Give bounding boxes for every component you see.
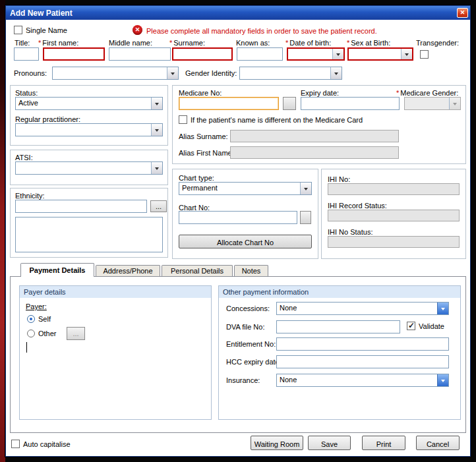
middle-name-label: Middle name:	[109, 39, 152, 47]
radio-selected-icon	[27, 315, 35, 323]
chevron-down-icon	[401, 49, 412, 59]
dob-label: *Date of birth:	[285, 39, 331, 47]
chevron-down-icon	[332, 49, 343, 59]
insurance-select[interactable]: None	[276, 374, 449, 387]
selected-value	[240, 67, 330, 79]
dva-file-no-input[interactable]	[276, 320, 400, 333]
required-mark: *	[169, 39, 172, 47]
status-select[interactable]: Active	[15, 97, 163, 110]
payer-self-radio[interactable]: Self	[27, 315, 51, 323]
ethnicity-browse-button[interactable]: ...	[150, 200, 167, 212]
allocate-chart-no-button[interactable]: Allocate Chart No	[179, 235, 312, 248]
close-button[interactable]: ✕	[457, 8, 468, 18]
tab-personal-details[interactable]: Personal Details	[162, 265, 233, 277]
text-caret	[26, 342, 27, 353]
radio-icon	[27, 330, 35, 337]
ethnicity-input[interactable]	[15, 200, 147, 213]
pronouns-select[interactable]	[52, 67, 179, 80]
date-of-birth-select[interactable]	[287, 47, 345, 61]
label-text: IHI No:	[328, 175, 350, 183]
expiry-date-input[interactable]	[301, 97, 400, 110]
payer-other-radio[interactable]: Other	[27, 330, 57, 337]
selected-value	[16, 162, 151, 174]
error-glyph: ✕	[135, 26, 140, 33]
sex-at-birth-label: *Sex at Birth:	[347, 39, 390, 47]
label-text: Middle name:	[109, 39, 152, 47]
label-text: Sex at Birth:	[351, 39, 390, 47]
selected-value: Active	[16, 98, 151, 109]
first-name-input[interactable]	[43, 47, 105, 61]
label-text: ATSI:	[15, 154, 33, 161]
gender-identity-label: Gender Identity:	[185, 69, 237, 77]
save-button[interactable]: Save	[308, 436, 351, 450]
ethnicity-list[interactable]	[15, 217, 163, 252]
label-text: Status:	[15, 89, 38, 97]
insurance-label: Insurance:	[226, 376, 260, 384]
alias-first-name-input	[230, 146, 399, 159]
chevron-down-icon	[151, 98, 162, 109]
surname-input[interactable]	[172, 47, 233, 61]
cancel-button[interactable]: Cancel	[416, 436, 460, 450]
medicare-no-label: Medicare No:	[179, 89, 222, 97]
atsi-select[interactable]	[15, 161, 163, 175]
selected-value	[349, 49, 401, 59]
label-text: Entitlement No:	[226, 340, 276, 348]
title-input[interactable]	[14, 47, 39, 61]
ihi-no-status-label: IHI No Status:	[328, 228, 372, 236]
known-as-input[interactable]	[237, 47, 283, 61]
chevron-down-icon	[151, 124, 162, 136]
tab-address-phone[interactable]: Address/Phone	[96, 265, 160, 277]
chart-no-input[interactable]	[179, 211, 297, 224]
transgender-label: Transgender:	[416, 39, 459, 47]
payer-other-browse-button[interactable]: ...	[67, 327, 85, 340]
auto-capitalise-checkbox[interactable]: Auto capitalise	[11, 440, 71, 448]
waiting-room-button[interactable]: Waiting Room	[251, 436, 303, 450]
label-text: Date of birth:	[289, 39, 331, 47]
chart-no-button[interactable]	[300, 211, 311, 224]
label-text: Surname:	[173, 39, 205, 47]
pronouns-label: Pronouns:	[14, 69, 47, 77]
medicare-gender-select	[404, 97, 461, 110]
medicare-no-button[interactable]	[283, 97, 296, 110]
tab-notes[interactable]: Notes	[234, 265, 268, 277]
title-label: Title:	[15, 39, 30, 47]
transgender-checkbox[interactable]	[420, 50, 429, 59]
ethnicity-label: Ethnicity:	[15, 192, 45, 200]
auto-capitalise-label: Auto capitalise	[23, 440, 71, 448]
alias-surname-label: Alias Surname:	[179, 132, 228, 140]
entitlement-no-input[interactable]	[276, 337, 449, 351]
middle-name-input[interactable]	[109, 47, 171, 61]
title-bar[interactable]: Add New Patient	[6, 6, 470, 20]
checkbox-icon	[11, 440, 20, 448]
selected-value: None	[277, 303, 437, 314]
label-text: Medicare No:	[179, 89, 222, 97]
alias-surname-input	[230, 130, 399, 142]
gender-identity-select[interactable]	[239, 67, 342, 80]
medicare-gender-label: *Medicare Gender:	[396, 89, 458, 97]
payer-self-label: Self	[38, 315, 51, 323]
label-text: HCC expiry date:	[226, 358, 282, 366]
label-text: Pronouns:	[14, 69, 47, 77]
regular-practitioner-select[interactable]	[15, 123, 163, 136]
checkbox-icon	[14, 26, 22, 34]
chart-type-select[interactable]: Permanent	[179, 182, 312, 195]
payer-label: Payer:	[26, 303, 47, 310]
single-name-checkbox[interactable]: Single Name	[14, 26, 67, 34]
hcc-expiry-input[interactable]	[276, 355, 449, 368]
required-mark: *	[38, 39, 41, 47]
checkbox-icon	[179, 115, 187, 124]
chevron-down-icon	[437, 303, 448, 314]
tab-payment-details[interactable]: Payment Details	[20, 263, 94, 277]
ihi-record-status-input	[328, 210, 460, 221]
label-text: DVA file No:	[226, 323, 265, 331]
medicare-no-input[interactable]	[179, 97, 279, 110]
label-text: Transgender:	[416, 39, 459, 47]
selected-value: Permanent	[179, 183, 300, 194]
ihi-record-status-label: IHI Record Status:	[328, 202, 387, 210]
print-button[interactable]: Print	[362, 436, 405, 450]
different-name-checkbox[interactable]: If the patient's name is different on th…	[179, 115, 363, 124]
concessions-select[interactable]: None	[276, 302, 449, 315]
validate-checkbox[interactable]: Validate	[407, 322, 444, 330]
desktop-background	[0, 0, 5, 462]
sex-at-birth-select[interactable]	[347, 47, 413, 61]
